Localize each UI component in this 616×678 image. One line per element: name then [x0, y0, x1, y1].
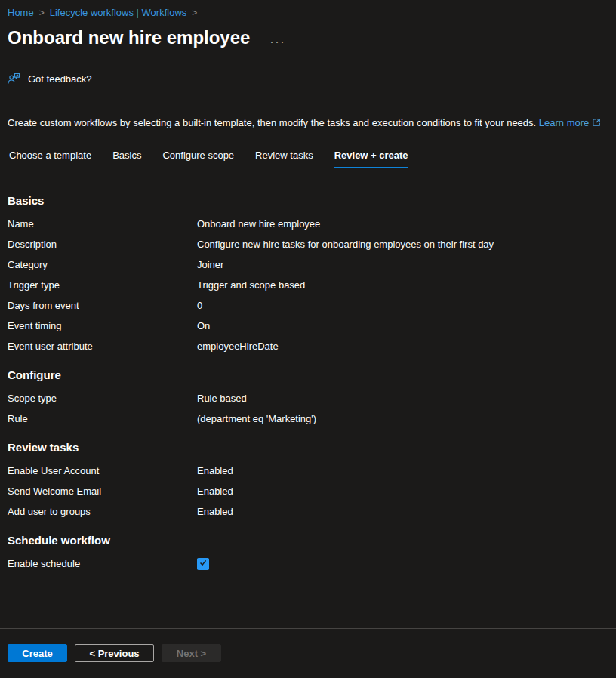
tab-configure-scope[interactable]: Configure scope: [162, 149, 234, 168]
section-schedule-workflow: Schedule workflow Enable schedule: [8, 534, 608, 574]
review-row-rule: Rule (department eq 'Marketing'): [8, 408, 608, 429]
learn-more-link[interactable]: Learn more: [539, 117, 601, 128]
got-feedback-button[interactable]: Got feedback?: [8, 72, 608, 85]
review-row-days-from-event: Days from event 0: [8, 295, 608, 316]
tab-choose-a-template[interactable]: Choose a template: [9, 149, 91, 168]
review-row-enable-user-account: Enable User Account Enabled: [8, 461, 608, 481]
intro-text: Create custom workflows by selecting a b…: [8, 117, 608, 130]
footer-action-bar: Create < Previous Next >: [0, 628, 616, 678]
wizard-tabs: Choose a template Basics Configure scope…: [8, 149, 608, 168]
section-title: Schedule workflow: [8, 534, 608, 547]
section-title: Review tasks: [8, 441, 608, 454]
next-button[interactable]: Next >: [162, 644, 221, 662]
page-title: Onboard new hire employee: [8, 26, 250, 49]
tab-basics[interactable]: Basics: [112, 149, 141, 168]
tab-review-create[interactable]: Review + create: [334, 149, 408, 168]
feedback-person-icon: [8, 72, 20, 85]
enable-schedule-checkbox[interactable]: [197, 558, 209, 570]
breadcrumb-link-lifecycle-workflows[interactable]: Lifecycle workflows | Workflows: [50, 7, 187, 18]
more-options-icon[interactable]: ···: [270, 29, 285, 48]
review-row-enable-schedule: Enable schedule: [8, 553, 608, 574]
review-row-scope-type: Scope type Rule based: [8, 388, 608, 408]
section-title: Basics: [8, 194, 608, 207]
section-title: Configure: [8, 368, 608, 381]
review-row-add-user-to-groups: Add user to groups Enabled: [8, 501, 608, 522]
review-row-event-timing: Event timing On: [8, 316, 608, 336]
title-row: Onboard new hire employee ···: [8, 26, 608, 49]
chevron-right-icon: >: [39, 8, 45, 18]
section-configure: Configure Scope type Rule based Rule (de…: [8, 368, 608, 429]
review-row-trigger-type: Trigger type Trigger and scope based: [8, 275, 608, 295]
checkmark-icon: [199, 558, 208, 569]
tab-review-tasks[interactable]: Review tasks: [255, 149, 313, 168]
review-content: Basics Name Onboard new hire employee De…: [8, 194, 608, 574]
review-row-category: Category Joiner: [8, 254, 608, 275]
review-row-description: Description Configure new hire tasks for…: [8, 234, 608, 254]
section-basics: Basics Name Onboard new hire employee De…: [8, 194, 608, 356]
review-row-send-welcome-email: Send Welcome Email Enabled: [8, 481, 608, 501]
chevron-right-icon: >: [192, 8, 197, 18]
review-row-name: Name Onboard new hire employee: [8, 214, 608, 234]
create-button[interactable]: Create: [8, 644, 67, 662]
breadcrumb: Home > Lifecycle workflows | Workflows >: [8, 0, 608, 18]
got-feedback-label: Got feedback?: [28, 73, 92, 85]
external-link-icon: [592, 118, 601, 130]
review-row-event-user-attribute: Event user attribute employeeHireDate: [8, 336, 608, 356]
intro-description: Create custom workflows by selecting a b…: [8, 117, 536, 128]
section-review-tasks: Review tasks Enable User Account Enabled…: [8, 441, 608, 522]
breadcrumb-link-home[interactable]: Home: [8, 7, 34, 18]
previous-button[interactable]: < Previous: [75, 644, 154, 662]
header-divider: [6, 97, 608, 97]
